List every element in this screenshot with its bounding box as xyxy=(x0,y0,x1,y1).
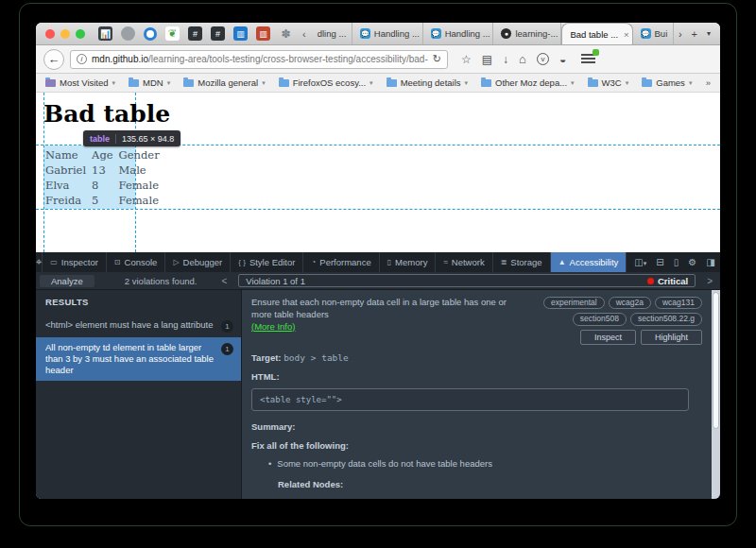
menu-button[interactable] xyxy=(581,54,595,64)
count-badge: 1 xyxy=(221,320,233,333)
tab-handling-2[interactable]: 💬Handling ... xyxy=(423,23,494,44)
highlight-button[interactable]: Highlight xyxy=(641,330,702,345)
tab-scroll-right-button[interactable]: › xyxy=(674,28,687,40)
accessibility-toolbar: Analyze 2 violations found. < Violation … xyxy=(36,272,720,290)
folder-icon xyxy=(588,79,598,87)
analyze-button[interactable]: Analyze xyxy=(40,275,94,287)
result-item-lang-attribute[interactable]: <html> element must have a lang attribut… xyxy=(36,315,241,337)
element-picker-button[interactable]: ⌖ xyxy=(36,252,43,272)
tab-performance[interactable]: ◔Performance xyxy=(303,252,379,272)
chevron-down-icon: ▾ xyxy=(167,79,171,87)
bookmark-other-moz[interactable]: Other Moz depa...▾ xyxy=(481,77,575,88)
minimize-window-button[interactable] xyxy=(60,29,70,39)
tab-storage[interactable]: ≣Storage xyxy=(493,252,551,272)
related-node-link[interactable]: body > table > tbody > tr:nth-of-type(1)… xyxy=(310,498,538,499)
bookmark-mdn[interactable]: MDN▾ xyxy=(129,77,170,88)
tab-console[interactable]: ⊡Console xyxy=(107,252,166,272)
bookmark-label: W3C xyxy=(602,77,622,88)
irc-hash-pinned-tab-icon[interactable]: # xyxy=(188,26,202,41)
critical-dot-icon xyxy=(647,278,654,284)
site-info-icon[interactable]: i xyxy=(77,54,87,64)
tab-close-icon[interactable]: × xyxy=(624,29,629,40)
bookmark-meeting-details[interactable]: Meeting details▾ xyxy=(387,77,468,88)
more-info-link[interactable]: (More Info) xyxy=(251,321,295,332)
bookmark-label: Meeting details xyxy=(401,77,461,88)
bookmark-mozilla-general[interactable]: Mozilla general▾ xyxy=(183,77,265,88)
trello-red-pinned-tab-icon[interactable]: ▥ xyxy=(256,26,270,41)
plant-pinned-tab-icon[interactable]: ❦ xyxy=(165,26,180,41)
tab-bui[interactable]: 💬Bui xyxy=(633,23,674,44)
tab-bad-table-active[interactable]: Bad table ...× xyxy=(561,23,632,44)
responsive-mode-button[interactable]: ▯ xyxy=(674,257,679,267)
violation-nav-label: Violation 1 of 1 xyxy=(246,276,305,286)
tab-strip: 📊 ❦ # # ▥ ▥ ✽ ‹ dling ... 💬Handling ... … xyxy=(36,23,720,45)
reading-list-icon[interactable]: ▤ xyxy=(482,54,492,65)
tag-pill: wcag2a xyxy=(609,297,651,309)
bookmark-firefoxos[interactable]: FirefoxOS ecosy...▾ xyxy=(279,77,373,88)
sidebar-icon: ◨ xyxy=(706,257,714,267)
tab-style-editor[interactable]: { }Style Editor xyxy=(231,252,303,272)
flower-pinned-tab-icon[interactable]: ✽ xyxy=(279,26,293,41)
dock-side-button[interactable]: ◫▾ xyxy=(634,257,646,267)
reload-button[interactable]: ↻ xyxy=(433,53,441,65)
tab-label: Handling ... xyxy=(374,28,420,39)
devtools-settings-button[interactable]: ⚙ xyxy=(688,257,696,267)
target-value: body > table xyxy=(284,352,349,363)
bookmarks-overflow-button[interactable]: » xyxy=(706,77,711,88)
globe-pinned-tab-icon[interactable] xyxy=(121,26,135,41)
tab-memory[interactable]: ▯Memory xyxy=(380,252,437,272)
new-tab-button[interactable]: + xyxy=(687,28,702,40)
update-badge xyxy=(593,49,599,56)
inspector-icon: ▭ xyxy=(50,258,58,266)
tab-debugger[interactable]: ▷Debugger xyxy=(165,252,231,272)
bookmark-w3c[interactable]: W3C▾ xyxy=(588,77,629,88)
tab-handling-cut[interactable]: dling ... xyxy=(310,23,352,44)
detail-scrollbar[interactable] xyxy=(712,290,720,499)
stats-pinned-tab-icon[interactable]: 📊 xyxy=(98,26,112,41)
chevron-down-icon: ▾ xyxy=(369,79,373,87)
divider xyxy=(115,134,116,144)
tab-list-dropdown-button[interactable]: ▾ xyxy=(702,29,720,38)
folder-icon xyxy=(183,79,194,87)
inspect-button[interactable]: Inspect xyxy=(580,330,636,345)
table-row: Freida 5 Female xyxy=(45,193,165,208)
chevron-down-icon: ▾ xyxy=(571,79,575,87)
close-window-button[interactable] xyxy=(45,29,55,39)
previous-violation-button[interactable]: < xyxy=(217,276,231,286)
bookmark-most-visited[interactable]: Most Visited▾ xyxy=(45,77,115,88)
pocket-icon[interactable]: v xyxy=(537,53,549,65)
extension-icon[interactable]: ◒ xyxy=(559,54,566,65)
irc-hash-pinned-tab-icon-2[interactable]: # xyxy=(211,26,225,41)
sidebar-toggle-button[interactable]: ◨ xyxy=(706,257,714,267)
github-icon: ● xyxy=(501,28,511,39)
scrollbar-thumb[interactable] xyxy=(713,292,719,429)
zoom-window-button[interactable] xyxy=(76,29,85,39)
next-violation-button[interactable]: > xyxy=(703,276,716,286)
tab-inspector[interactable]: ▭Inspector xyxy=(43,252,107,272)
tab-label: Memory xyxy=(395,257,427,267)
back-button[interactable]: ← xyxy=(43,49,64,70)
tag-pill: section508 xyxy=(573,313,627,325)
downloads-icon[interactable]: ↓ xyxy=(503,54,508,65)
bookmark-star-icon[interactable]: ☆ xyxy=(461,54,472,65)
trello-blue-pinned-tab-icon[interactable]: ▥ xyxy=(233,26,248,41)
result-item-table-header[interactable]: All non-empty td element in table larger… xyxy=(36,337,241,381)
tab-scroll-left-button[interactable]: ‹ xyxy=(299,28,310,40)
tab-learning-area[interactable]: ●learning-... xyxy=(493,23,561,44)
tab-handling-1[interactable]: 💬Handling ... xyxy=(352,23,423,44)
url-bar[interactable]: i mdn.github.io/learning-area/tools-test… xyxy=(70,50,448,69)
ring-pinned-tab-icon[interactable] xyxy=(144,27,157,41)
html-label: HTML: xyxy=(251,371,280,382)
toolbar-icons: ☆ ▤ ↓ ⌂ v ◒ xyxy=(461,53,566,65)
tab-accessibility[interactable]: ▲Accessibility xyxy=(551,252,627,272)
tab-network[interactable]: ≈Network xyxy=(436,252,492,272)
bookmark-games[interactable]: Games▾ xyxy=(642,77,692,88)
home-icon[interactable]: ⌂ xyxy=(519,53,526,65)
chevron-down-icon: ▾ xyxy=(112,79,116,87)
related-node-item: body > table > tbody > tr:nth-of-type(1)… xyxy=(301,498,702,499)
storage-icon: ≣ xyxy=(501,258,507,266)
split-console-button[interactable]: ⊟ xyxy=(656,257,663,267)
html-row: HTML: <table style=""> xyxy=(251,371,702,411)
navigation-bar: ← i mdn.github.io/learning-area/tools-te… xyxy=(36,45,720,74)
tab-label: Style Editor xyxy=(249,257,296,267)
